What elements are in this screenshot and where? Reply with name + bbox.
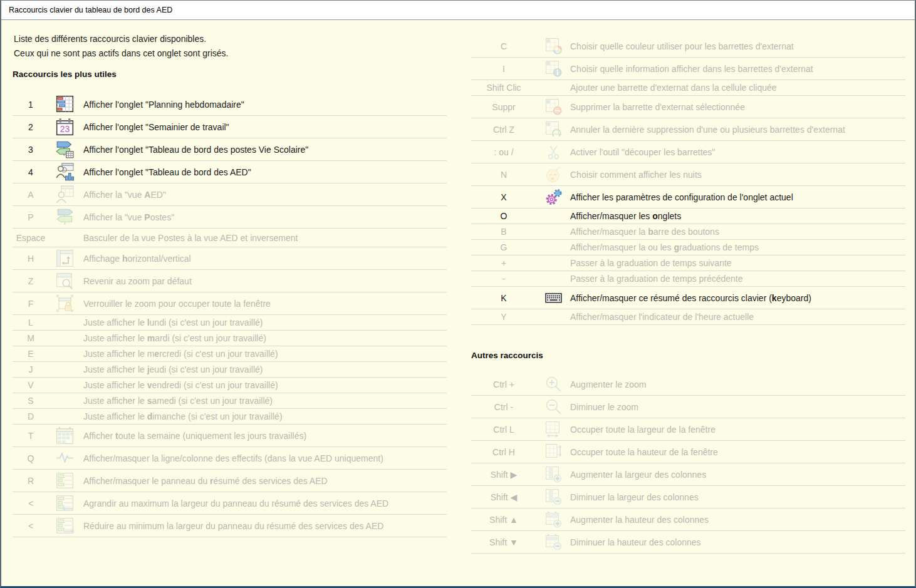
shortcut-key: D: [13, 411, 49, 421]
scissors-icon: [536, 143, 570, 160]
shortcut-key: S: [13, 396, 49, 406]
shortcut-label: Juste afficher le mardi (si c'est un jou…: [80, 333, 447, 343]
shortcut-row: KAfficher/masquer ce résumé des raccourc…: [471, 287, 905, 309]
shortcut-label: Annuler la dernière suppression d'une ou…: [570, 125, 905, 135]
shortcut-key: L: [13, 317, 49, 328]
shortcut-key: Ctrl L: [471, 425, 536, 435]
shortcut-row: <Agrandir au maximum la largeur du panne…: [13, 492, 447, 515]
main-shortcuts-heading: Raccourcis les plus utiles: [13, 70, 117, 79]
shortcut-row: 4Afficher l'onglet "Tableau de bord des …: [13, 161, 447, 183]
shortcut-row: XAfficher les paramètres de configuratio…: [471, 186, 905, 209]
fit-width-icon: [536, 421, 570, 438]
shortcut-key: X: [471, 192, 536, 202]
people-grid-icon: [49, 185, 80, 204]
signpost-grid-icon: [49, 140, 80, 158]
shortcut-label: Choisir quelle couleur utiliser pour les…: [570, 41, 905, 51]
summary-panel-icon: [49, 472, 80, 490]
shortcut-key: Ctrl H: [471, 447, 536, 457]
shortcut-row: EJuste afficher le mercredi (si c'est un…: [13, 346, 447, 362]
shortcut-label: Activer l'outil "découper les barrettes": [570, 147, 905, 157]
shortcut-label: Afficher/masquer ce résumé des raccourci…: [570, 293, 905, 303]
shortcut-label: Afficher la "vue AED": [80, 190, 447, 200]
shortcut-row: Shift ▼Diminuer la hauteur des colonnes: [471, 531, 905, 554]
shortcut-key: E: [13, 349, 49, 359]
shortcut-row: GAfficher/masquer la ou les graduations …: [471, 240, 905, 255]
shortcut-row: 3Afficher l'onglet "Tableau de bord des …: [13, 138, 447, 161]
shortcut-label: Agrandir au maximum la largeur du pannea…: [80, 498, 447, 508]
shortcut-label: Afficher l'onglet "Tableau de bord des A…: [80, 167, 447, 177]
shortcut-label: Afficher/masquer la ligne/colonne des ef…: [80, 453, 447, 463]
window-title: Raccourcis clavier du tableau de bord de…: [1, 1, 915, 20]
shortcut-label: Verrouiller le zoom pour occuper toute l…: [80, 299, 447, 309]
panel-maximize-icon: [49, 494, 80, 512]
shortcut-row: SupprSupprimer la barrette d'externat sé…: [471, 96, 905, 118]
shortcut-key: Shift ◀: [471, 492, 536, 502]
shortcut-row: BAfficher/masquer la barre des boutons: [471, 224, 905, 240]
shortcuts-help-window: Raccourcis clavier du tableau de bord de…: [0, 0, 916, 588]
shortcut-key: Ctrl +: [471, 379, 536, 389]
shortcut-key: +: [471, 258, 536, 268]
shortcut-key: Suppr: [471, 102, 536, 112]
shortcut-key: Shift ▶: [471, 470, 536, 480]
row-taller-icon: [536, 511, 570, 528]
shortcut-label: Choisir quelle information afficher dans…: [570, 64, 905, 74]
shortcut-label: Juste afficher le vendredi (si c'est un …: [80, 380, 447, 390]
shortcut-key: Ctrl Z: [471, 125, 536, 135]
shortcut-row: Ctrl -Diminuer le zoom: [471, 396, 905, 418]
shortcut-key: 3: [13, 145, 49, 155]
shortcut-key: N: [471, 170, 536, 180]
shortcut-label: Supprimer la barrette d'externat sélecti…: [570, 102, 905, 112]
shortcut-key: Y: [471, 312, 536, 322]
shortcut-row: : ou /Activer l'outil "découper les barr…: [471, 141, 905, 163]
grid-delete-icon: [536, 98, 570, 115]
people-chart-icon: [49, 163, 80, 181]
shortcut-row: MJuste afficher le mardi (si c'est un jo…: [13, 331, 447, 346]
shortcut-row: HAffichage horizontal/vertical: [13, 247, 447, 270]
panel-minimize-icon: [49, 517, 80, 535]
shortcut-label: Afficher toute la semaine (uniquement le…: [80, 431, 447, 441]
grid-info-icon: [536, 60, 570, 77]
shortcut-label: Afficher l'onglet "Planning hebdomadaire…: [80, 100, 447, 110]
shortcut-key: <: [13, 498, 49, 508]
row-shorter-icon: [536, 534, 570, 550]
shortcut-row: Ctrl ZAnnuler la dernière suppression d'…: [471, 118, 905, 141]
gears-icon: [536, 188, 570, 206]
shortcut-row: -Passer à la graduation de temps précéde…: [471, 271, 905, 287]
shortcut-label: Passer à la graduation de temps précéden…: [570, 274, 905, 284]
shortcut-label: Juste afficher le samedi (si c'est un jo…: [80, 396, 447, 406]
shortcut-key: Z: [13, 276, 49, 286]
intro-line-1: Liste des différents raccourcis clavier …: [14, 32, 228, 46]
shortcut-label: Affichage horizontal/vertical: [80, 254, 447, 264]
shortcut-key: C: [471, 41, 536, 51]
shortcut-row: IChoisir quelle information afficher dan…: [471, 58, 905, 80]
shortcut-row: <Réduire au minimum la largeur du pannea…: [13, 515, 447, 537]
lock-window-icon: [49, 294, 80, 312]
calendar-23-icon: 23: [49, 118, 80, 136]
shortcut-label: Afficher/masquer le panneau du résumé de…: [80, 476, 447, 486]
shortcut-key: P: [13, 212, 49, 222]
shortcut-key: M: [13, 333, 49, 343]
shortcut-label: Juste afficher le mercredi (si c'est un …: [80, 349, 447, 359]
intro-text: Liste des différents raccourcis clavier …: [14, 32, 228, 61]
main-shortcuts-list-right: CChoisir quelle couleur utiliser pour le…: [471, 35, 905, 325]
shortcut-row: OAfficher/masquer les onglets: [471, 209, 905, 224]
shortcut-row: NzzChoisir comment afficher les nuits: [471, 163, 905, 186]
shortcut-label: Afficher/masquer les onglets: [570, 211, 905, 221]
signpost-icon: [49, 208, 80, 226]
shortcut-row: Shift ▶Augmenter la largeur des colonnes: [471, 463, 905, 486]
shortcut-row: FVerrouiller le zoom pour occuper toute …: [13, 292, 447, 315]
zoom-window-icon: [49, 272, 80, 290]
main-shortcuts-list-left: 1Afficher l'onglet "Planning hebdomadair…: [13, 93, 447, 537]
shortcut-key: T: [13, 431, 49, 441]
shortcut-label: Occuper toute la hauteur de la fenêtre: [570, 447, 905, 457]
planning-icon: [49, 95, 80, 113]
night-face-icon: zz: [536, 166, 570, 183]
shortcut-row: AAfficher la "vue AED": [13, 183, 447, 206]
shortcut-label: Diminuer la largeur des colonnes: [570, 492, 905, 502]
column-wider-icon: [536, 466, 570, 483]
shortcut-key: -: [471, 274, 536, 284]
shortcut-label: Afficher/masquer la barre des boutons: [570, 227, 905, 237]
shortcut-key: 1: [13, 100, 49, 110]
shortcut-label: Afficher l'onglet "Semainier de travail": [80, 122, 447, 132]
shortcut-row: Shift ClicAjouter une barrette d'externa…: [471, 80, 905, 96]
